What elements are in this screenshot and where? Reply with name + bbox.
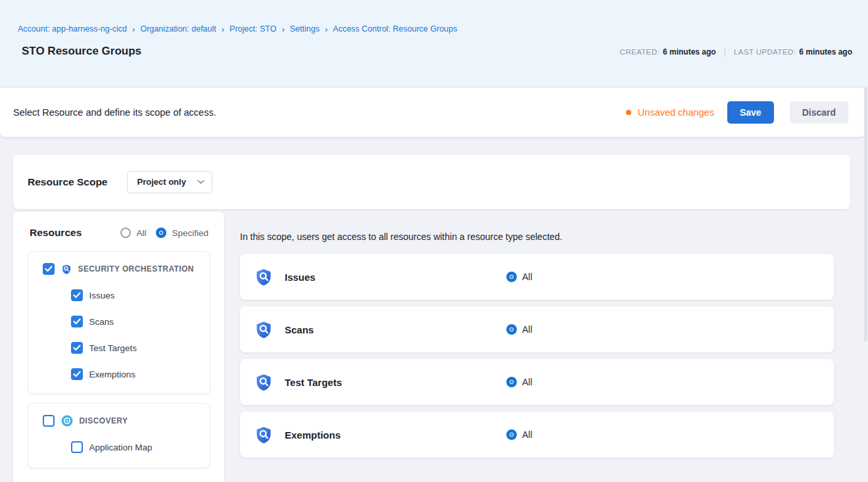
breadcrumb-settings[interactable]: Settings xyxy=(290,24,320,34)
breadcrumb-organization[interactable]: Organization: default xyxy=(140,24,216,34)
radio-selected-icon[interactable] xyxy=(156,228,166,238)
shield-search-icon xyxy=(254,268,273,287)
resource-type-card-test-targets: Test Targets All xyxy=(240,359,834,405)
breadcrumb-chevron-icon: › xyxy=(325,25,327,34)
breadcrumb-resource-groups[interactable]: Access Control: Resource Groups xyxy=(333,24,457,34)
radio-all-label: All xyxy=(136,228,146,238)
group-card-discovery: DISCOVERY Application Map xyxy=(28,403,210,468)
breadcrumb-project[interactable]: Project: STO xyxy=(229,24,276,34)
resource-type-card-exemptions: Exemptions All xyxy=(240,412,834,458)
resource-type-label: Exemptions xyxy=(285,429,341,441)
exemptions-checkbox[interactable] xyxy=(71,368,83,380)
issues-checkbox[interactable] xyxy=(71,289,83,301)
shield-search-icon xyxy=(254,425,273,445)
radio-selected-icon[interactable] xyxy=(506,272,517,282)
access-label: All xyxy=(522,377,533,387)
resource-type-card-scans: Scans All xyxy=(240,306,834,352)
vertical-scrollbar[interactable] xyxy=(864,87,867,481)
meta-divider: | xyxy=(724,47,726,57)
resource-type-label: Scans xyxy=(285,324,314,335)
resource-checkbox-row-exemptions[interactable]: Exemptions xyxy=(28,368,210,380)
scans-checkbox[interactable] xyxy=(71,316,83,327)
scrollbar-thumb[interactable] xyxy=(864,87,867,342)
child-label: Test Targets xyxy=(89,343,137,353)
access-label: All xyxy=(522,324,533,335)
resource-checkbox-row-test-targets[interactable]: Test Targets xyxy=(28,342,210,354)
resources-panel: Resources All Specified xyxy=(13,212,224,482)
page-title: STO Resource Groups xyxy=(22,45,141,58)
breadcrumb-chevron-icon: › xyxy=(222,25,224,34)
resources-radio-all[interactable]: All xyxy=(120,228,146,238)
access-radio-all[interactable]: All xyxy=(506,272,533,282)
unsaved-changes-indicator: Unsaved changes xyxy=(626,107,714,118)
resource-type-label: Test Targets xyxy=(285,377,342,388)
radio-specified-label: Specified xyxy=(172,228,208,238)
scope-description: In this scope, users get access to all r… xyxy=(240,231,868,242)
resource-scope-selected-value: Project only xyxy=(137,177,197,187)
radio-selected-icon[interactable] xyxy=(506,324,517,335)
resource-checkbox-row-application-map[interactable]: Application Map xyxy=(28,441,210,453)
breadcrumb-chevron-icon: › xyxy=(132,25,135,34)
group-label: SECURITY ORCHESTRATION xyxy=(78,264,194,274)
application-map-checkbox[interactable] xyxy=(71,441,83,453)
access-label: All xyxy=(522,272,533,282)
resource-scope-select[interactable]: Project only xyxy=(127,171,212,193)
group-card-security-orchestration: SECURITY ORCHESTRATION Issues Scans xyxy=(28,251,210,394)
toolbar-description: Select Resource and define its scope of … xyxy=(13,107,216,118)
header-meta: CREATED: 6 minutes ago | LAST UPDATED: 6… xyxy=(619,47,852,57)
child-label: Scans xyxy=(89,317,114,327)
security-orchestration-checkbox[interactable] xyxy=(43,263,55,275)
resources-title: Resources xyxy=(30,227,110,239)
resource-type-label: Issues xyxy=(285,272,316,283)
unsaved-changes-label: Unsaved changes xyxy=(638,107,714,118)
child-label: Issues xyxy=(89,291,115,301)
save-button[interactable]: Save xyxy=(727,101,774,124)
last-updated-value: 6 minutes ago xyxy=(799,47,852,57)
breadcrumb-chevron-icon: › xyxy=(281,25,284,34)
unsaved-dot-icon xyxy=(626,110,631,115)
created-value: 6 minutes ago xyxy=(663,47,716,57)
access-radio-all[interactable]: All xyxy=(506,324,533,335)
group-label: DISCOVERY xyxy=(80,416,128,425)
child-label: Application Map xyxy=(89,443,153,452)
resource-type-card-issues: Issues All xyxy=(240,254,834,300)
discard-button[interactable]: Discard xyxy=(790,101,848,124)
access-radio-all[interactable]: All xyxy=(506,377,533,387)
chevron-down-icon xyxy=(197,180,205,184)
resource-checkbox-row-scans[interactable]: Scans xyxy=(28,316,210,327)
radio-selected-icon[interactable] xyxy=(506,429,517,440)
resources-radio-specified[interactable]: Specified xyxy=(156,228,208,238)
child-label: Exemptions xyxy=(89,370,136,379)
content-area: Resource Scope Project only Resources Al… xyxy=(0,137,868,482)
test-targets-checkbox[interactable] xyxy=(71,342,83,354)
breadcrumb: Account: app-harness-ng-cicd › Organizat… xyxy=(18,0,852,34)
radar-icon xyxy=(61,415,73,427)
access-label: All xyxy=(522,429,533,440)
discovery-checkbox[interactable] xyxy=(43,415,55,427)
shield-search-icon xyxy=(61,264,72,275)
last-updated-label: LAST UPDATED: xyxy=(734,48,796,56)
breadcrumb-account[interactable]: Account: app-harness-ng-cicd xyxy=(18,24,127,34)
radio-selected-icon[interactable] xyxy=(506,377,517,387)
page-header: Account: app-harness-ng-cicd › Organizat… xyxy=(0,0,868,87)
radio-unselected-icon[interactable] xyxy=(120,228,131,238)
main-area: In this scope, users get access to all r… xyxy=(224,212,868,458)
shield-search-icon xyxy=(254,373,273,392)
created-label: CREATED: xyxy=(619,48,660,56)
resource-checkbox-row-issues[interactable]: Issues xyxy=(28,289,210,301)
shield-search-icon xyxy=(254,320,273,339)
action-toolbar: Select Resource and define its scope of … xyxy=(0,87,865,137)
resource-scope-card: Resource Scope Project only xyxy=(13,155,850,209)
access-radio-all[interactable]: All xyxy=(506,429,533,440)
resource-scope-label: Resource Scope xyxy=(28,176,107,188)
